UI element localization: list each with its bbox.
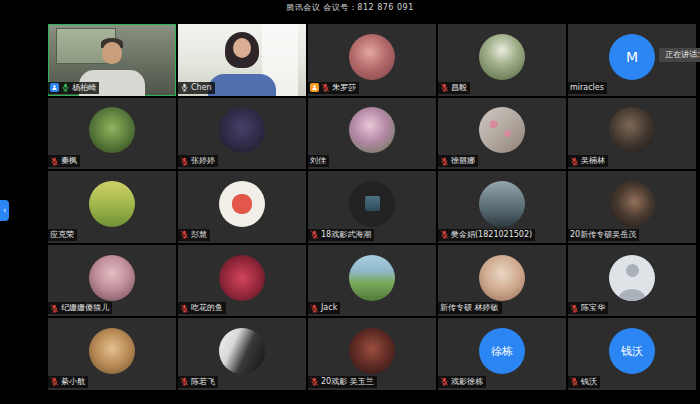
name-label: 徐丽娜 bbox=[438, 155, 478, 167]
participant-tile[interactable]: 綦小航 bbox=[48, 318, 176, 390]
participant-name: 樊金娟(1821021502) bbox=[451, 230, 532, 240]
muted-mic-icon bbox=[440, 83, 449, 92]
participant-tile[interactable]: 秦枫 bbox=[48, 98, 176, 170]
participant-tile[interactable]: 张婷婷 bbox=[178, 98, 306, 170]
avatar bbox=[89, 328, 135, 374]
avatar: M bbox=[609, 34, 655, 80]
participant-name: 20新传专硕吴岳茂 bbox=[570, 230, 636, 240]
participant-tile[interactable]: 吃花的鱼 bbox=[178, 245, 306, 317]
name-label: 陈宝华 bbox=[568, 302, 608, 314]
participant-tile[interactable]: 20新传专硕吴岳茂 bbox=[568, 171, 696, 243]
avatar: 徐栋 bbox=[479, 328, 525, 374]
name-label: 应克荣 bbox=[48, 229, 77, 241]
avatar bbox=[609, 255, 655, 301]
name-label: 秦枫 bbox=[48, 155, 80, 167]
muted-mic-icon bbox=[570, 157, 579, 166]
name-label: 戏影徐栋 bbox=[438, 376, 486, 388]
name-label: Chen bbox=[178, 82, 215, 94]
avatar bbox=[219, 255, 265, 301]
avatar bbox=[89, 107, 135, 153]
participant-name: 钱沃 bbox=[581, 377, 597, 387]
chevron-left-icon: ‹ bbox=[3, 206, 6, 215]
participant-tile[interactable]: Jack bbox=[308, 245, 436, 317]
avatar bbox=[609, 107, 655, 153]
participant-tile[interactable]: 徐栋戏影徐栋 bbox=[438, 318, 566, 390]
name-label: 陈若飞 bbox=[178, 376, 218, 388]
name-label: 吴楠林 bbox=[568, 155, 608, 167]
name-label: 18戏影武海潮 bbox=[308, 229, 374, 241]
avatar bbox=[479, 34, 525, 80]
name-label: 彭慧 bbox=[178, 229, 210, 241]
participant-tile[interactable]: 昌毅 bbox=[438, 24, 566, 96]
avatar bbox=[349, 107, 395, 153]
name-label: 刘佳 bbox=[308, 155, 329, 167]
muted-mic-icon bbox=[50, 157, 59, 166]
participant-name: 彭慧 bbox=[191, 230, 207, 240]
participant-tile[interactable]: 陈宝华 bbox=[568, 245, 696, 317]
avatar bbox=[349, 181, 395, 227]
muted-mic-icon bbox=[440, 157, 449, 166]
participant-tile[interactable]: 彭慧 bbox=[178, 171, 306, 243]
participant-tile[interactable]: 钱沃钱沃 bbox=[568, 318, 696, 390]
avatar-initials: 徐栋 bbox=[491, 344, 513, 359]
name-label: 20戏影 吴玉兰 bbox=[308, 376, 377, 388]
muted-mic-icon bbox=[310, 377, 319, 386]
participant-tile[interactable]: 朱罗莎 bbox=[308, 24, 436, 96]
participant-tile[interactable]: 吴楠林 bbox=[568, 98, 696, 170]
participant-tile[interactable]: 樊金娟(1821021502) bbox=[438, 171, 566, 243]
participant-name: 刘佳 bbox=[310, 156, 326, 166]
name-label: 吃花的鱼 bbox=[178, 302, 226, 314]
participant-name: 陈宝华 bbox=[581, 303, 605, 313]
participant-name: Chen bbox=[191, 83, 212, 93]
speaking-indicator: 正在讲话: bbox=[659, 48, 700, 62]
participant-name: Jack bbox=[321, 303, 337, 313]
name-label: 钱沃 bbox=[568, 376, 600, 388]
avatar bbox=[349, 255, 395, 301]
participant-tile[interactable]: 陈若飞 bbox=[178, 318, 306, 390]
avatar-initials: 钱沃 bbox=[621, 344, 643, 359]
participant-tile[interactable]: 徐丽娜 bbox=[438, 98, 566, 170]
avatar bbox=[219, 328, 265, 374]
avatar bbox=[219, 107, 265, 153]
participant-tile[interactable]: 应克荣 bbox=[48, 171, 176, 243]
muted-mic-icon bbox=[180, 304, 189, 313]
participant-name: 18戏影武海潮 bbox=[321, 230, 371, 240]
participant-grid: 杨柏崎Chen朱罗莎昌毅Mmiracles秦枫张婷婷刘佳徐丽娜吴楠林应克荣彭慧1… bbox=[48, 24, 696, 390]
participant-tile[interactable]: 20戏影 吴玉兰 bbox=[308, 318, 436, 390]
participant-list-collapse-tab[interactable]: ‹ bbox=[0, 200, 9, 221]
participant-name: 朱罗莎 bbox=[332, 83, 356, 93]
person-icon bbox=[51, 84, 58, 91]
host-badge-icon bbox=[50, 83, 59, 92]
muted-mic-icon bbox=[50, 377, 59, 386]
muted-mic-icon bbox=[570, 304, 579, 313]
muted-mic-icon bbox=[321, 83, 330, 92]
participant-name: 纪姗姗傻猫儿 bbox=[61, 303, 109, 313]
mic-icon bbox=[180, 83, 189, 92]
muted-mic-icon bbox=[310, 230, 319, 239]
avatar bbox=[349, 34, 395, 80]
name-label: Jack bbox=[308, 302, 340, 314]
video-person-face bbox=[102, 42, 122, 64]
participant-tile[interactable]: 新传专硕 林婷敏 bbox=[438, 245, 566, 317]
participant-name: 吴楠林 bbox=[581, 156, 605, 166]
participant-name: miracles bbox=[570, 83, 604, 93]
avatar bbox=[89, 181, 135, 227]
name-label: miracles bbox=[568, 82, 607, 94]
muted-mic-icon bbox=[50, 304, 59, 313]
participant-tile[interactable]: 刘佳 bbox=[308, 98, 436, 170]
avatar bbox=[609, 181, 655, 227]
name-label: 樊金娟(1821021502) bbox=[438, 229, 535, 241]
participant-name: 徐丽娜 bbox=[451, 156, 475, 166]
participant-tile[interactable]: 18戏影武海潮 bbox=[308, 171, 436, 243]
name-label: 綦小航 bbox=[48, 376, 88, 388]
participant-tile[interactable]: 纪姗姗傻猫儿 bbox=[48, 245, 176, 317]
participant-name: 昌毅 bbox=[451, 83, 467, 93]
participant-tile[interactable]: 杨柏崎 bbox=[48, 24, 176, 96]
participant-tile[interactable]: Chen bbox=[178, 24, 306, 96]
person-icon bbox=[311, 84, 318, 91]
avatar bbox=[89, 255, 135, 301]
muted-mic-icon bbox=[180, 230, 189, 239]
avatar bbox=[349, 328, 395, 374]
meeting-title: 腾讯会议 会议号：812 876 091 bbox=[286, 2, 413, 13]
name-label: 20新传专硕吴岳茂 bbox=[568, 229, 639, 241]
